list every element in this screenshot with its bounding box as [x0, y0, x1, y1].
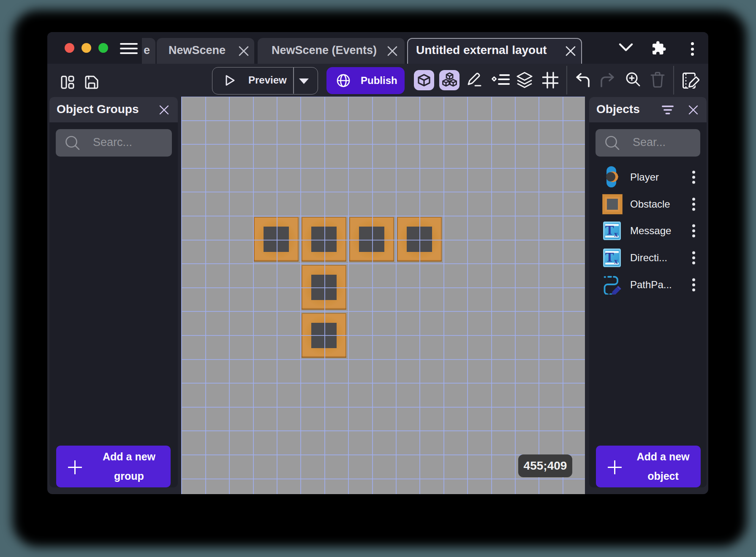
svg-text:x: x	[614, 230, 618, 238]
svg-text:T: T	[605, 223, 614, 238]
svg-text:x: x	[614, 257, 618, 265]
svg-text:T: T	[605, 250, 614, 265]
